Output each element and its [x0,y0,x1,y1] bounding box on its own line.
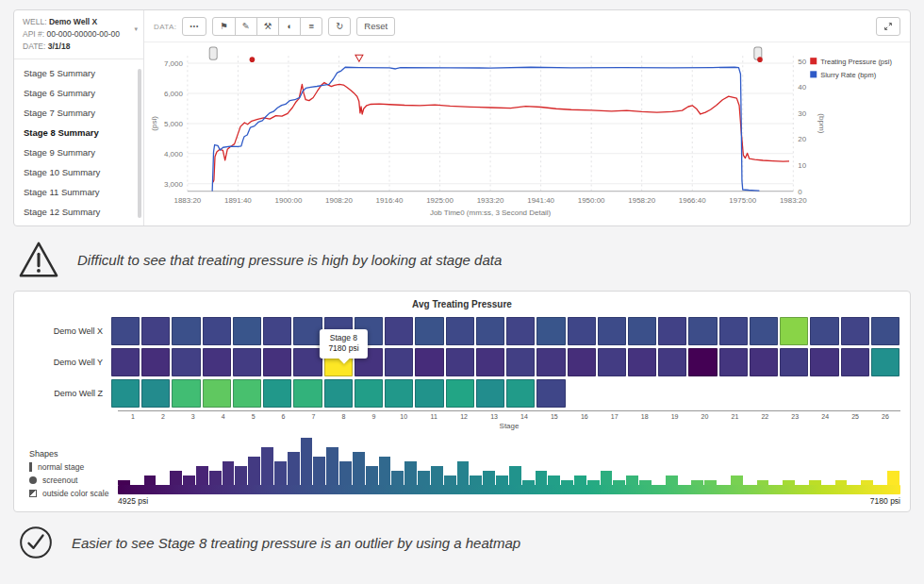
heatmap-cell[interactable] [415,317,443,345]
heatmap-cell[interactable] [719,348,748,376]
tools-button[interactable]: ⚒ [256,17,280,36]
heatmap-cell[interactable] [658,348,686,376]
heatmap-cell[interactable] [871,348,899,376]
reset-button[interactable]: Reset [356,17,395,36]
svg-text:Job Time0 (mm:ss, 3 Second Det: Job Time0 (mm:ss, 3 Second Detail) [430,209,552,217]
heatmap-cell[interactable] [476,379,504,408]
date-label: DATE: [23,42,45,51]
heatmap-cell[interactable] [688,348,717,376]
heatmap-cell[interactable] [263,379,291,408]
heatmap-cell[interactable] [536,379,565,408]
heatmap-cell[interactable] [598,348,626,376]
heatmap-cell[interactable] [111,317,140,345]
heatmap-cell[interactable] [293,348,322,376]
more-options-button[interactable]: ••• [182,17,206,36]
heatmap-cell[interactable] [628,348,656,376]
pen-icon: ✎ [242,22,250,31]
heatmap-cell [688,379,717,408]
heatmap-cell[interactable] [628,317,656,345]
heatmap-cell[interactable] [810,317,838,345]
heatmap-cell[interactable] [415,379,443,408]
flag-tool-button[interactable]: ⚑ [212,17,236,36]
sidebar-item-stage-5[interactable]: Stage 5 Summary [14,63,143,83]
sidebar-item-stage-8[interactable]: Stage 8 Summary [14,123,143,142]
heatmap-cell[interactable] [385,379,413,408]
heatmap-grid[interactable]: Demo Well X Demo Well Y Demo Well Z Stag… [24,317,900,408]
heatmap-cell[interactable] [536,317,565,345]
heatmap-cell[interactable] [506,317,535,345]
heatmap-cell[interactable] [780,317,808,345]
heatmap-cell[interactable] [203,317,231,345]
heatmap-cell[interactable] [203,379,231,408]
heatmap-cell[interactable] [111,379,140,408]
contrast-button[interactable]: ◐ [278,17,301,36]
heatmap-cell[interactable] [476,348,504,376]
heatmap-cell[interactable] [293,379,322,408]
sidebar-item-stage-10[interactable]: Stage 10 Summary [14,162,143,182]
sidebar-item-stage-12[interactable]: Stage 12 Summary [14,202,143,222]
heatmap-cell[interactable] [841,348,869,376]
heatmap-cell[interactable] [111,348,140,376]
heatmap-cell[interactable] [506,348,535,376]
svg-text:1891:40: 1891:40 [224,196,252,205]
refresh-button[interactable]: ↻ [328,17,351,36]
heatmap-cell[interactable] [324,379,353,408]
heatmap-cell[interactable] [172,317,200,345]
heatmap-cell[interactable] [598,317,626,345]
draw-tool-button[interactable]: ✎ [235,17,257,36]
heatmap-cell[interactable] [385,348,413,376]
heatmap-cell[interactable] [536,348,565,376]
heatmap-cell[interactable] [446,317,474,345]
heatmap-cell[interactable] [233,317,261,345]
heatmap-cell[interactable] [233,348,261,376]
sidebar-item-stage-11[interactable]: Stage 11 Summary [14,182,143,202]
svg-text:1975:00: 1975:00 [729,196,756,205]
heatmap-cell[interactable] [263,317,291,345]
heatmap-cell[interactable] [476,317,504,345]
heatmap-cell[interactable] [203,348,231,376]
heatmap-cell[interactable] [841,317,869,345]
svg-text:1983:20: 1983:20 [780,196,807,205]
heatmap-cell[interactable] [233,379,261,408]
heatmap-tooltip: Stage 8 7180 psi [320,329,367,359]
svg-text:10: 10 [798,161,806,170]
heatmap-row-well-y: Demo Well Y [24,348,900,376]
heatmap-cell[interactable] [141,379,170,408]
heatmap-cell[interactable] [293,317,322,345]
well-info: WELL: Demo Well X API #: 00-000-00000-00… [14,10,143,59]
treating-pressure-chart[interactable]: 3,0004,0005,0006,0007,0001883:201891:401… [144,42,910,225]
check-circle-icon [17,524,55,561]
sidebar-item-stage-6[interactable]: Stage 6 Summary [14,83,143,103]
heatmap-cell[interactable] [568,317,596,345]
color-scale-max: 7180 psi [870,496,900,506]
heatmap-cell[interactable] [446,348,474,376]
heatmap-cell[interactable] [568,348,596,376]
chevron-down-icon[interactable]: ▾ [134,25,138,33]
heatmap-cell[interactable] [658,317,686,345]
heatmap-cell[interactable] [871,317,899,345]
sidebar-item-stage-9[interactable]: Stage 9 Summary [14,142,143,162]
list-view-button[interactable]: ≡ [300,17,322,36]
heatmap-cell[interactable] [506,379,535,408]
api-value: 00-000-00000-00-00 [47,29,121,39]
heatmap-cell[interactable] [172,379,200,408]
heatmap-cell[interactable] [688,317,717,345]
heatmap-cell[interactable] [446,379,474,408]
heatmap-cell[interactable] [355,379,383,408]
heatmap-cell[interactable] [141,348,170,376]
heatmap-footer: Shapes normal stage screenout outside co… [24,438,900,506]
sidebar-item-stage-7[interactable]: Stage 7 Summary [14,103,143,123]
heatmap-cell[interactable] [719,317,748,345]
heatmap-cell[interactable] [750,348,778,376]
heatmap-cell[interactable] [810,348,838,376]
heatmap-cell[interactable] [385,317,413,345]
heatmap-cell[interactable] [780,348,808,376]
api-line[interactable]: API #: 00-000-00000-00-00 ▾ [23,29,136,39]
heatmap-cell[interactable] [750,317,778,345]
expand-button[interactable] [876,17,900,36]
sidebar-scrollbar[interactable] [138,69,141,218]
heatmap-cell[interactable] [141,317,170,345]
heatmap-cell[interactable] [263,348,291,376]
heatmap-cell[interactable] [415,348,443,376]
heatmap-cell[interactable] [172,348,200,376]
